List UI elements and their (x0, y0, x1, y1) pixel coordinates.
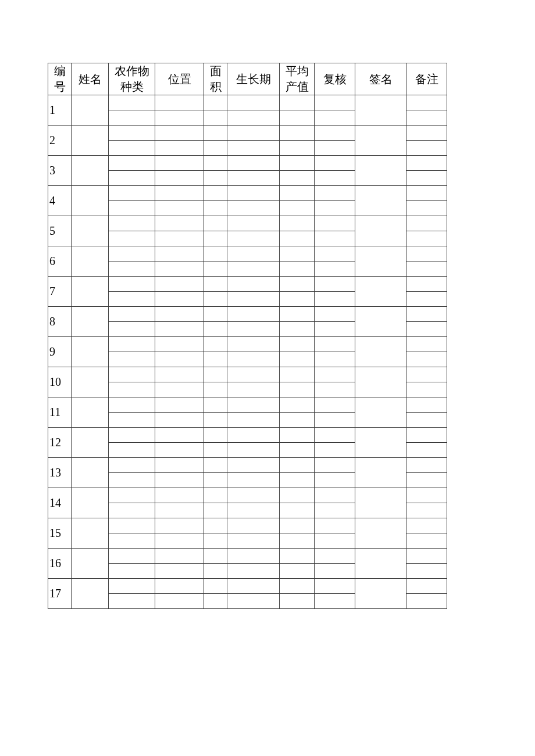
row-number: 1 (48, 95, 72, 126)
cell (280, 413, 315, 428)
cell (280, 110, 315, 126)
cell (204, 428, 227, 443)
row-number: 2 (48, 126, 72, 156)
cell-remark (406, 246, 447, 261)
cell (227, 292, 280, 307)
header-row: 编号 姓名 农作物种类 位置 面积 生长期 平均产值 复核 签名 备注 (48, 63, 447, 95)
cell-remark (406, 186, 447, 201)
cell (155, 382, 204, 397)
cell-remark (406, 292, 447, 307)
cell (280, 337, 315, 352)
cell (155, 518, 204, 533)
cell (155, 261, 204, 277)
cell (109, 277, 155, 292)
cell (227, 95, 280, 110)
cell (227, 518, 280, 533)
cell (315, 322, 355, 337)
cell-remark (406, 201, 447, 216)
cell (155, 579, 204, 594)
cell (155, 473, 204, 488)
cell (315, 443, 355, 458)
cell-sign (355, 579, 406, 609)
cell (155, 428, 204, 443)
cell (280, 231, 315, 246)
cell (109, 367, 155, 382)
cell (204, 352, 227, 367)
cell (227, 549, 280, 564)
cell (280, 277, 315, 292)
cell (280, 322, 315, 337)
cell-name (72, 277, 109, 307)
cell (155, 171, 204, 186)
cell (155, 564, 204, 579)
cell (315, 413, 355, 428)
cell (109, 382, 155, 397)
cell (155, 216, 204, 231)
cell (109, 473, 155, 488)
cell (315, 458, 355, 473)
cell (280, 307, 315, 322)
cell (204, 549, 227, 564)
col-name: 姓名 (72, 63, 109, 95)
cell-remark (406, 261, 447, 277)
cell (204, 95, 227, 110)
row-number: 15 (48, 518, 72, 549)
cell (204, 171, 227, 186)
cell (155, 231, 204, 246)
col-remark: 备注 (406, 63, 447, 95)
cell (315, 126, 355, 141)
cell (280, 488, 315, 503)
cell (204, 307, 227, 322)
cell (204, 126, 227, 141)
cell (227, 428, 280, 443)
cell (227, 110, 280, 126)
cell (204, 156, 227, 171)
cell (227, 231, 280, 246)
cell-remark (406, 473, 447, 488)
cell (280, 261, 315, 277)
cell (155, 126, 204, 141)
cell (204, 246, 227, 261)
cell (280, 171, 315, 186)
cell (280, 518, 315, 533)
cell-name (72, 549, 109, 579)
cell-sign (355, 397, 406, 428)
cell (315, 473, 355, 488)
cell (280, 141, 315, 156)
cell-name (72, 428, 109, 458)
cell (280, 503, 315, 518)
cell (315, 488, 355, 503)
cell (315, 246, 355, 261)
cell (109, 594, 155, 609)
cell (280, 126, 315, 141)
cell (315, 231, 355, 246)
cell (155, 292, 204, 307)
cell (155, 141, 204, 156)
col-area: 面积 (204, 63, 227, 95)
cell-sign (355, 277, 406, 307)
cell (280, 201, 315, 216)
cell (315, 171, 355, 186)
cell (280, 292, 315, 307)
cell (315, 352, 355, 367)
cell (315, 397, 355, 413)
cell-remark (406, 549, 447, 564)
row-number: 16 (48, 549, 72, 579)
cell-remark (406, 443, 447, 458)
cell (315, 110, 355, 126)
table-row: 9 (48, 337, 447, 352)
cell (227, 201, 280, 216)
table-row: 6 (48, 246, 447, 261)
cell (227, 307, 280, 322)
cell-remark (406, 579, 447, 594)
cell (227, 126, 280, 141)
cell-sign (355, 95, 406, 126)
cell (155, 443, 204, 458)
row-number: 17 (48, 579, 72, 609)
cell-name (72, 397, 109, 428)
row-number: 9 (48, 337, 72, 367)
cell (227, 156, 280, 171)
cell (315, 141, 355, 156)
cell (227, 533, 280, 549)
cell (155, 322, 204, 337)
